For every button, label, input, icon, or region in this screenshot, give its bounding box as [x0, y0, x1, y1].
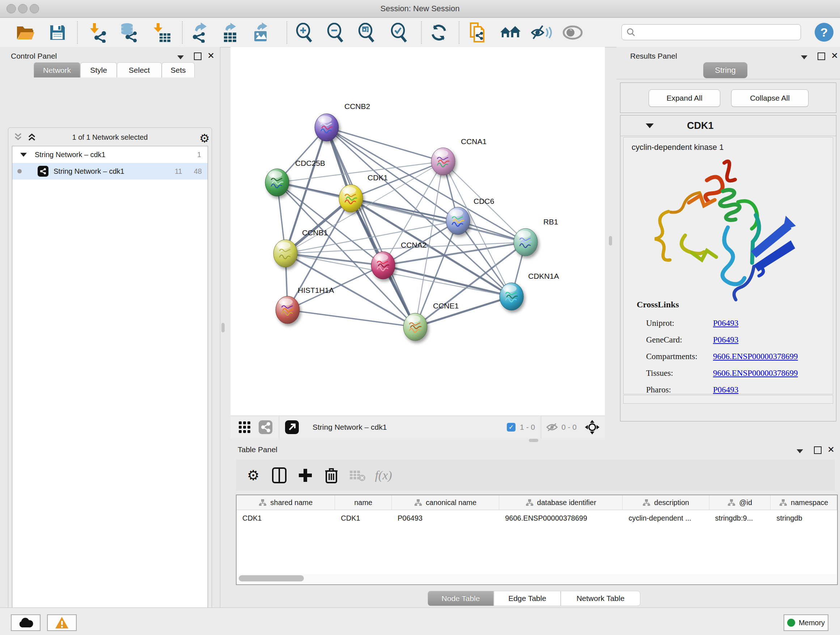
- scrollbar-thumb[interactable]: [239, 575, 304, 581]
- horizontal-scrollbar[interactable]: [237, 574, 836, 583]
- tab-network[interactable]: Network: [34, 62, 80, 78]
- automation-cloud-button[interactable]: [11, 614, 41, 631]
- collapse-triangle-icon[interactable]: [646, 124, 654, 128]
- crosslink-link[interactable]: 9606.ENSP00000378699: [713, 369, 798, 378]
- tab-select[interactable]: Select: [117, 62, 162, 78]
- add-column-icon[interactable]: [292, 468, 318, 483]
- crosslink-link[interactable]: P06493: [713, 385, 738, 394]
- clone-network-button[interactable]: [467, 22, 488, 43]
- left-splitter-handle[interactable]: [221, 323, 225, 333]
- network-edge-CCNB2-CCNE1[interactable]: [327, 127, 415, 327]
- table-row[interactable]: CDK1CDK1P064939606.ENSP00000378699cyclin…: [237, 510, 837, 526]
- tree-collapse-icon[interactable]: [20, 153, 27, 157]
- import-table-button[interactable]: [151, 22, 172, 43]
- search-text-field[interactable]: [636, 28, 793, 37]
- network-node-RB1[interactable]: RB1: [514, 218, 558, 256]
- birds-eye-view-icon[interactable]: [584, 420, 600, 435]
- memory-button[interactable]: Memory: [783, 614, 829, 631]
- hide-unhide-button[interactable]: [531, 22, 552, 43]
- expand-all-button[interactable]: Expand All: [649, 89, 720, 107]
- column-type-icon: [414, 499, 422, 506]
- collapse-all-button[interactable]: Collapse All: [731, 89, 808, 107]
- control-panel-float-button[interactable]: [177, 54, 184, 61]
- column-header-shared-name[interactable]: shared name: [237, 495, 335, 510]
- network-node-CCNB2[interactable]: CCNB2: [315, 102, 370, 141]
- tab-style[interactable]: Style: [80, 62, 117, 78]
- right-splitter-handle[interactable]: [609, 236, 612, 245]
- network-edge-CCNE1-CDKN1A[interactable]: [415, 296, 512, 327]
- network-edge-CCNB2-CCNA1[interactable]: [327, 127, 443, 162]
- grid-view-icon[interactable]: [234, 421, 255, 433]
- column-header-@id[interactable]: @id: [709, 495, 771, 510]
- table-cell[interactable]: cyclin-dependent ...: [622, 510, 709, 526]
- delete-column-icon[interactable]: [318, 467, 344, 483]
- string-home-button[interactable]: [500, 22, 521, 43]
- table-cell[interactable]: 9606.ENSP00000378699: [499, 510, 622, 526]
- tab-network-table[interactable]: Network Table: [561, 591, 640, 606]
- search-input[interactable]: [622, 24, 801, 40]
- zoom-out-button[interactable]: [325, 22, 346, 43]
- zoom-fit-button[interactable]: [356, 22, 377, 43]
- network-graph[interactable]: CCNB2CCNA1CDC25BCDK1CDC6RB1CCNB1CCNA2CDK…: [231, 47, 605, 416]
- function-builder-icon: f(x): [370, 469, 396, 482]
- column-header-database-identifier[interactable]: database identifier: [499, 495, 622, 510]
- table-cell[interactable]: CDK1: [237, 510, 335, 526]
- network-edge-CCNB1-CCNA2[interactable]: [286, 253, 383, 265]
- import-network-from-database-button[interactable]: [118, 22, 139, 43]
- table-panel-float-button[interactable]: [797, 448, 803, 455]
- export-network-button[interactable]: [188, 22, 209, 43]
- crosslink-link[interactable]: 9606.ENSP00000378699: [713, 352, 798, 361]
- column-header-canonical-name[interactable]: canonical name: [392, 495, 499, 510]
- help-button[interactable]: ?: [815, 23, 834, 42]
- open-session-button[interactable]: [15, 22, 36, 43]
- results-panel-float-button[interactable]: [801, 54, 807, 61]
- network-node-CCNA1[interactable]: CCNA1: [431, 137, 486, 175]
- save-session-button[interactable]: [47, 22, 68, 43]
- share-view-icon[interactable]: [255, 420, 276, 434]
- table-options-gear-icon[interactable]: ⚙: [240, 467, 266, 483]
- open-in-new-icon[interactable]: [279, 420, 305, 434]
- zoom-selected-button[interactable]: [388, 22, 409, 43]
- network-canvas[interactable]: CCNB2CCNA1CDC25BCDK1CDC6RB1CCNB1CCNA2CDK…: [231, 47, 605, 416]
- results-panel-maximize-button[interactable]: [818, 52, 825, 62]
- export-image-button[interactable]: [251, 22, 272, 43]
- zoom-in-button[interactable]: [294, 22, 315, 43]
- crosslink-link[interactable]: P06493: [713, 318, 738, 328]
- network-node-HIST1H1A[interactable]: HIST1H1A: [276, 286, 334, 324]
- table-cell[interactable]: CDK1: [335, 510, 392, 526]
- network-tree-root-row[interactable]: String Network – cdk1 1: [12, 146, 208, 163]
- table-panel-maximize-button[interactable]: [814, 447, 821, 455]
- control-panel-title: Control Panel: [11, 52, 57, 60]
- network-node-CDKN1A[interactable]: CDKN1A: [500, 272, 559, 310]
- column-header-name[interactable]: name: [335, 495, 392, 510]
- table-cell[interactable]: P06493: [392, 510, 499, 526]
- tab-node-table[interactable]: Node Table: [428, 591, 494, 606]
- show-columns-icon[interactable]: [266, 467, 292, 483]
- network-tree-child-row[interactable]: String Network – cdk1 11 48: [12, 163, 208, 180]
- control-panel-maximize-button[interactable]: [194, 52, 202, 62]
- network-edge-CCNB2-RB1[interactable]: [327, 127, 526, 242]
- selected-checkbox-icon[interactable]: ✓: [507, 423, 515, 432]
- control-panel-close-button[interactable]: ✕: [207, 51, 215, 60]
- node-gloss-highlight: [374, 254, 388, 261]
- network-edge-HIST1H1A-CCNE1[interactable]: [287, 310, 415, 327]
- import-network-button[interactable]: [88, 22, 109, 43]
- show-hidden-button[interactable]: [562, 22, 583, 43]
- crosslink-link[interactable]: P06493: [713, 335, 738, 345]
- column-header-namespace[interactable]: namespace: [771, 495, 837, 510]
- table-cell[interactable]: stringdb: [771, 510, 837, 526]
- tab-sets[interactable]: Sets: [162, 62, 195, 78]
- export-table-button[interactable]: [220, 22, 241, 43]
- table-cell[interactable]: stringdb:9...: [709, 510, 771, 526]
- table-panel-close-button[interactable]: ✕: [827, 445, 835, 454]
- protein-header-row[interactable]: CDK1: [621, 116, 836, 136]
- results-panel-close-button[interactable]: ✕: [831, 51, 838, 60]
- warnings-button[interactable]: [47, 614, 77, 631]
- tab-string[interactable]: String: [703, 62, 747, 78]
- bottom-splitter-handle[interactable]: [529, 439, 538, 442]
- tab-edge-table[interactable]: Edge Table: [494, 591, 561, 606]
- apply-layout-button[interactable]: [428, 22, 449, 43]
- edge-count: 48: [194, 167, 202, 176]
- column-header-description[interactable]: description: [622, 495, 709, 510]
- network-options-gear-icon[interactable]: ⚙: [199, 131, 210, 145]
